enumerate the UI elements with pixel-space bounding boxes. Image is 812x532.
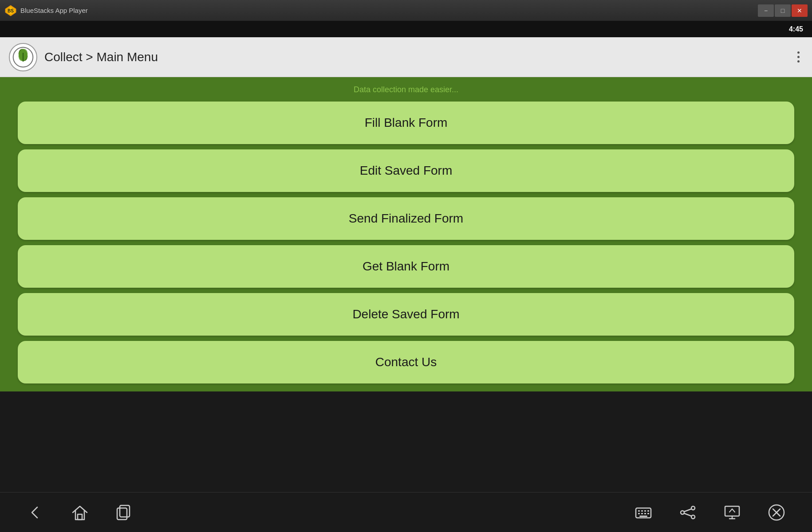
- svg-rect-14: [644, 510, 646, 512]
- svg-point-21: [691, 506, 695, 510]
- back-button[interactable]: [27, 504, 44, 521]
- svg-rect-8: [78, 514, 82, 520]
- title-bar-buttons: − □ ✕: [758, 4, 808, 17]
- nav-right: [635, 504, 785, 521]
- svg-rect-18: [644, 513, 646, 514]
- title-bar-title: BlueStacks App Player: [20, 7, 88, 14]
- svg-rect-12: [638, 510, 640, 512]
- mirror-button[interactable]: [723, 504, 741, 521]
- edit-saved-form-button[interactable]: Edit Saved Form: [18, 149, 794, 192]
- app-header: Collect > Main Menu: [0, 37, 812, 77]
- bluestacks-logo: BS: [4, 4, 17, 17]
- status-bar: 4:45: [0, 21, 812, 37]
- svg-line-25: [684, 513, 691, 516]
- minimize-button[interactable]: −: [758, 4, 774, 17]
- main-content: Data collection made easier... Fill Blan…: [0, 77, 812, 391]
- svg-rect-9: [117, 508, 127, 520]
- menu-dot-3: [797, 60, 800, 63]
- svg-rect-16: [638, 513, 640, 514]
- app-breadcrumb: Collect > Main Menu: [44, 50, 158, 64]
- send-finalized-form-button[interactable]: Send Finalized Form: [18, 197, 794, 240]
- svg-rect-19: [647, 513, 649, 514]
- menu-dot-2: [797, 56, 800, 58]
- svg-line-30: [732, 509, 735, 512]
- svg-rect-26: [725, 506, 739, 516]
- fill-blank-form-button[interactable]: Fill Blank Form: [18, 102, 794, 144]
- share-button[interactable]: [679, 504, 697, 521]
- svg-rect-15: [647, 510, 649, 512]
- get-blank-form-button[interactable]: Get Blank Form: [18, 245, 794, 288]
- maximize-button[interactable]: □: [775, 4, 791, 17]
- svg-rect-17: [641, 513, 643, 514]
- nav-left: [27, 504, 133, 521]
- svg-rect-13: [641, 510, 643, 512]
- title-bar: BS BlueStacks App Player − □ ✕: [0, 0, 812, 21]
- home-button[interactable]: [71, 504, 89, 521]
- keyboard-button[interactable]: [635, 504, 652, 521]
- svg-rect-10: [120, 505, 130, 517]
- app-header-left: Collect > Main Menu: [9, 43, 158, 71]
- close-circle-button[interactable]: [768, 504, 785, 521]
- logo-icon: [12, 46, 34, 68]
- bottom-bar: [0, 492, 812, 532]
- title-bar-left: BS BlueStacks App Player: [4, 4, 88, 17]
- app-logo: [9, 43, 37, 71]
- svg-text:BS: BS: [8, 8, 14, 13]
- contact-us-button[interactable]: Contact Us: [18, 341, 794, 383]
- svg-point-22: [691, 515, 695, 519]
- status-time: 4:45: [789, 25, 803, 33]
- svg-point-23: [681, 511, 684, 514]
- subtitle: Data collection made easier...: [354, 85, 458, 94]
- svg-rect-20: [639, 516, 647, 517]
- svg-line-29: [729, 509, 732, 512]
- menu-dot-1: [797, 51, 800, 54]
- svg-line-24: [684, 509, 691, 512]
- delete-saved-form-button[interactable]: Delete Saved Form: [18, 293, 794, 336]
- recent-apps-button[interactable]: [115, 504, 133, 521]
- close-button[interactable]: ✕: [792, 4, 808, 17]
- overflow-menu-button[interactable]: [794, 48, 803, 66]
